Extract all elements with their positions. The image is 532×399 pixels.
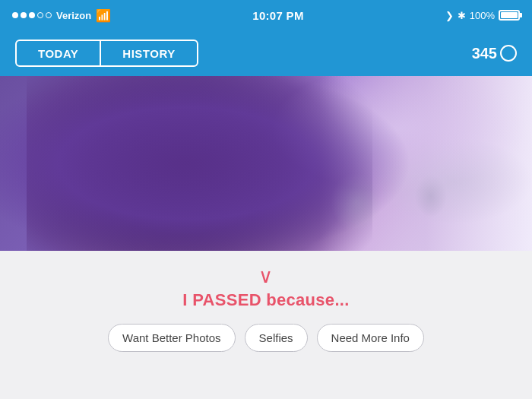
- signal-dot-2: [21, 12, 27, 18]
- reason-want-better-photos[interactable]: Want Better Photos: [108, 324, 236, 352]
- bottom-panel: ∨ I PASSED because... Want Better Photos…: [0, 251, 532, 399]
- clock: 10:07 PM: [252, 9, 303, 22]
- nav-bar: TODAY HISTORY 345: [0, 30, 532, 76]
- tab-today[interactable]: TODAY: [17, 41, 101, 65]
- status-bar: Verizon 📶 10:07 PM ❯ ✱ 100%: [0, 0, 532, 30]
- score-value: 345: [472, 45, 497, 62]
- status-left: Verizon 📶: [12, 8, 111, 23]
- score-icon: [500, 45, 517, 62]
- tab-switcher: TODAY HISTORY: [15, 40, 198, 67]
- reason-need-more-info[interactable]: Need More Info: [317, 324, 424, 352]
- status-right: ❯ ✱ 100%: [445, 10, 520, 21]
- reason-selfies[interactable]: Selfies: [245, 324, 308, 352]
- carrier-label: Verizon: [56, 10, 91, 21]
- battery-icon: [499, 10, 520, 21]
- passed-label: I PASSED because...: [182, 290, 349, 310]
- reason-buttons: Want Better Photos Selfies Need More Inf…: [108, 324, 424, 352]
- bluetooth-icon: ✱: [458, 10, 466, 21]
- location-icon: ❯: [445, 10, 454, 21]
- signal-dot-3: [29, 12, 35, 18]
- wifi-icon: 📶: [96, 8, 111, 23]
- photo-overlay: [0, 76, 532, 251]
- chevron-down-icon: ∨: [258, 266, 273, 286]
- signal-dot-4: [37, 12, 43, 18]
- signal-strength: [12, 12, 52, 18]
- battery-fill: [501, 12, 518, 18]
- signal-dot-5: [46, 12, 52, 18]
- profile-photo: [0, 76, 532, 251]
- passed-section: ∨ I PASSED because...: [182, 266, 349, 310]
- battery-label: 100%: [470, 10, 495, 21]
- tab-history[interactable]: HISTORY: [101, 41, 196, 65]
- signal-dot-1: [12, 12, 18, 18]
- score-badge: 345: [472, 45, 517, 62]
